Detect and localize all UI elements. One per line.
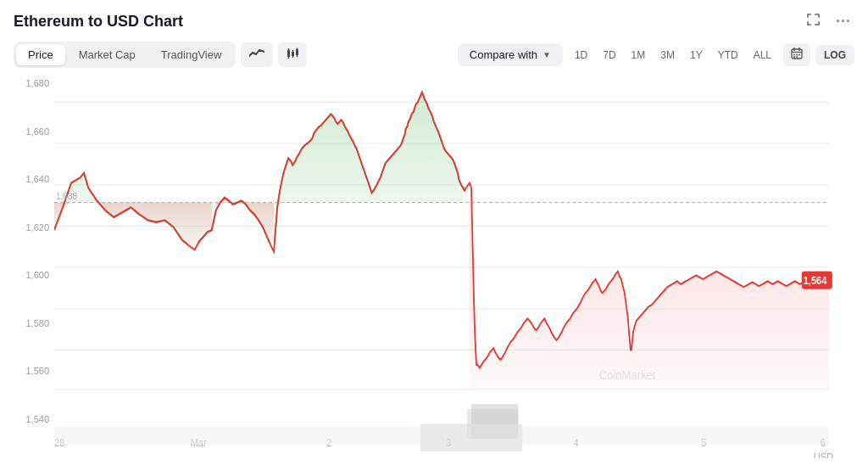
- calendar-button[interactable]: [783, 43, 810, 66]
- period-1y[interactable]: 1Y: [683, 45, 709, 65]
- log-button[interactable]: LOG: [815, 45, 854, 65]
- svg-rect-8: [287, 50, 290, 57]
- y-label-1540: 1,540: [25, 414, 49, 424]
- svg-point-21: [793, 54, 795, 56]
- y-label-1564: 1,560: [25, 366, 49, 376]
- svg-rect-3: [818, 14, 820, 18]
- tab-price[interactable]: Price: [16, 44, 65, 65]
- y-label-1600: 1,600: [25, 270, 49, 280]
- period-1m[interactable]: 1M: [625, 45, 653, 65]
- y-axis: 1,680 1,660 1,640 1,620 1,600 1,580 1,56…: [14, 75, 54, 458]
- candle-chart-button[interactable]: [278, 42, 307, 67]
- chart-canvas: CoinMarket 1,564 1,638 28 Mar 2 3 4 5 6: [54, 75, 854, 458]
- svg-rect-11: [292, 52, 294, 56]
- period-7d[interactable]: 7D: [596, 45, 622, 65]
- svg-text:USD: USD: [814, 451, 834, 458]
- y-label-1580: 1,580: [25, 318, 49, 328]
- y-label-1660: 1,660: [25, 126, 49, 137]
- compare-label: Compare with: [470, 48, 537, 61]
- svg-rect-1: [807, 14, 809, 18]
- y-label-1640: 1,640: [25, 174, 49, 184]
- svg-text:CoinMarket: CoinMarket: [599, 367, 656, 382]
- svg-rect-14: [296, 49, 298, 55]
- svg-point-23: [798, 54, 800, 56]
- svg-point-25: [796, 56, 798, 58]
- svg-text:1,564: 1,564: [804, 274, 827, 287]
- tab-marketcap[interactable]: Market Cap: [67, 44, 147, 65]
- y-label-1620: 1,620: [25, 222, 49, 232]
- period-ytd[interactable]: YTD: [711, 45, 745, 65]
- period-all[interactable]: ALL: [747, 45, 778, 65]
- svg-rect-49: [420, 423, 523, 451]
- more-button[interactable]: ···: [832, 11, 854, 32]
- view-tabs: Price Market Cap TradingView: [14, 42, 236, 68]
- svg-point-24: [793, 56, 795, 58]
- period-1d[interactable]: 1D: [568, 45, 594, 65]
- period-3m[interactable]: 3M: [654, 45, 682, 65]
- svg-rect-51: [522, 427, 829, 445]
- y-label-1680: 1,680: [25, 78, 49, 88]
- page-title: Ethereum to USD Chart: [14, 13, 183, 31]
- tab-tradingview[interactable]: TradingView: [149, 44, 234, 65]
- svg-rect-5: [807, 21, 809, 25]
- period-selector: 1D 7D 1M 3M 1Y YTD ALL: [568, 45, 778, 65]
- svg-text:1,638: 1,638: [56, 191, 77, 202]
- chevron-down-icon: ▼: [542, 50, 551, 59]
- line-chart-button[interactable]: [241, 42, 273, 67]
- svg-point-22: [796, 54, 798, 56]
- svg-rect-50: [54, 427, 420, 445]
- compare-button[interactable]: Compare with ▼: [458, 43, 563, 66]
- expand-button[interactable]: [802, 10, 824, 33]
- svg-rect-7: [818, 21, 820, 25]
